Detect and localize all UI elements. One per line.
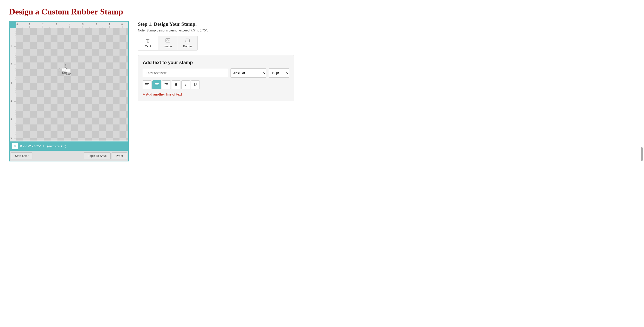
- edit-icon[interactable]: ✏: [12, 143, 18, 149]
- add-text-section: Add text to your stamp Articulat Arial T…: [138, 55, 294, 101]
- svg-text:3: 3: [56, 23, 57, 26]
- ruler-left: 1 2: [10, 28, 16, 141]
- tab-image[interactable]: Image: [158, 36, 178, 50]
- svg-text:4: 4: [10, 100, 12, 102]
- italic-button[interactable]: I: [181, 80, 190, 89]
- plus-icon: +: [143, 92, 145, 96]
- svg-text:8: 8: [121, 23, 123, 26]
- ruler-corner: [10, 21, 16, 28]
- border-tab-icon: [185, 38, 190, 44]
- page-title: Design a Custom Rubber Stamp: [9, 7, 635, 16]
- image-tab-icon: [166, 38, 170, 44]
- svg-text:0: 0: [16, 23, 18, 26]
- text-tab-label: Text: [145, 44, 151, 48]
- svg-text:6: 6: [10, 137, 12, 139]
- svg-text:6: 6: [96, 23, 97, 26]
- image-tab-label: Image: [164, 44, 172, 48]
- svg-rect-82: [166, 39, 167, 40]
- text-tab-icon: T: [146, 38, 150, 44]
- size-dimensions: 0.25" W x 0.25" H: [20, 144, 44, 148]
- step-title: Step 1. Design Your Stamp.: [138, 21, 635, 27]
- align-right-button[interactable]: [162, 80, 171, 89]
- pencil-icon: ✏: [14, 144, 16, 148]
- start-over-button[interactable]: Start Over: [11, 152, 32, 159]
- login-to-save-button[interactable]: Login To Save: [84, 152, 110, 159]
- align-center-button[interactable]: [152, 80, 161, 89]
- design-canvas[interactable]: 0.25" 0.25" 0.25" 0.25": [16, 28, 128, 141]
- text-input[interactable]: [143, 69, 228, 77]
- step-note: Note: Stamp designs cannot exceed 7.5" x…: [138, 28, 635, 32]
- canvas-size-info: 0.25" W x 0.25" H (Autosize: On): [20, 144, 66, 148]
- text-input-row: Articulat Arial Times New Roman Helvetic…: [143, 68, 289, 78]
- canvas-button-row: Start Over Login To Save Proof: [10, 151, 128, 161]
- svg-text:2: 2: [42, 23, 44, 26]
- svg-text:4: 4: [69, 23, 70, 26]
- autosize-label: (Autosize: On): [47, 144, 66, 148]
- svg-text:3: 3: [10, 81, 12, 84]
- svg-text:1: 1: [10, 45, 12, 47]
- canvas-height-label: 0.25": [66, 73, 71, 75]
- ruler-top-svg: 0 1 2 3: [16, 21, 128, 28]
- svg-text:1: 1: [29, 23, 30, 26]
- stamp-canvas-container: 0 1 2 3: [9, 21, 129, 161]
- svg-text:7: 7: [109, 23, 110, 26]
- svg-text:5: 5: [82, 23, 84, 26]
- canvas-text-placeholder[interactable]: [66, 69, 70, 72]
- align-left-button[interactable]: [143, 80, 152, 89]
- size-select[interactable]: 8 pt 10 pt 12 pt 14 pt 16 pt 18 pt 24 pt…: [269, 68, 289, 78]
- tab-border[interactable]: Border: [178, 36, 198, 50]
- add-line-label: Add another line of text: [146, 92, 182, 96]
- scrollbar[interactable]: [641, 147, 642, 161]
- right-panel: Step 1. Design Your Stamp. Note: Stamp d…: [138, 21, 635, 101]
- svg-rect-83: [186, 39, 190, 42]
- ruler-left-svg: 1 2: [10, 28, 16, 141]
- canvas-info-bar: ✏ 0.25" W x 0.25" H (Autosize: On): [10, 141, 128, 151]
- main-layout: 0 1 2 3: [9, 21, 635, 161]
- ruler-top: 0 1 2 3: [16, 21, 128, 28]
- add-line-link[interactable]: + Add another line of text: [143, 92, 289, 96]
- underline-button[interactable]: U: [191, 80, 200, 89]
- tab-text[interactable]: T Text: [138, 36, 158, 50]
- add-text-title: Add text to your stamp: [143, 60, 289, 65]
- bold-button[interactable]: B: [172, 80, 180, 89]
- proof-button[interactable]: Proof: [112, 152, 127, 159]
- dim-label-width: 0.25": [58, 67, 60, 72]
- svg-text:2: 2: [10, 63, 12, 66]
- format-bar: B I U: [143, 80, 289, 89]
- border-tab-label: Border: [183, 44, 192, 48]
- font-select[interactable]: Articulat Arial Times New Roman Helvetic…: [230, 68, 266, 78]
- svg-text:5: 5: [10, 118, 12, 121]
- tool-tabs: T Text Image B: [138, 36, 198, 50]
- canvas-width-label: 0.25": [64, 63, 67, 68]
